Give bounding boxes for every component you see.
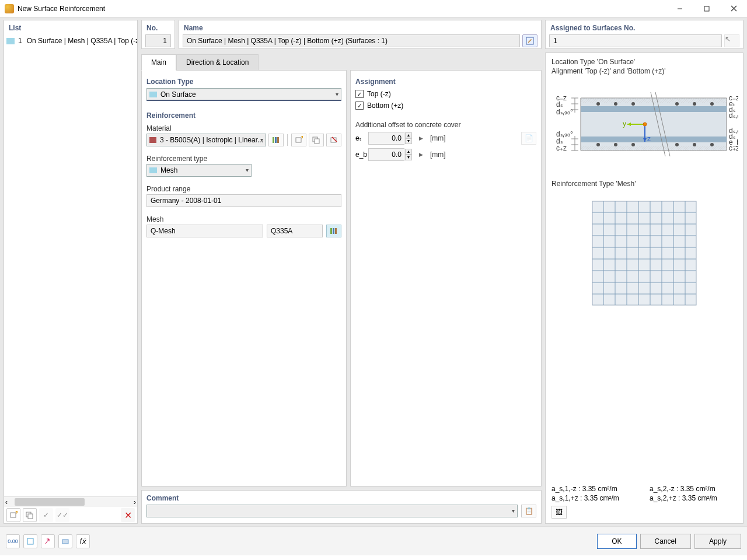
list-item-color-icon [6,38,15,44]
no-label: No. [142,20,174,34]
list-item-text: On Surface | Mesh | Q335A | Top (-z) | [27,37,137,45]
svg-point-30 [693,102,696,106]
units-button[interactable]: 0.00 [6,534,20,548]
ok-button[interactable]: OK [597,534,636,549]
calendar-like-button[interactable]: 📄 [521,132,536,145]
minimize-button[interactable] [666,0,693,18]
checkbox-checked-icon: ✓ [355,90,364,98]
fx-button-2[interactable]: fẋ [76,534,90,548]
arrow-tool-button[interactable] [41,534,55,548]
material-new-button[interactable]: ★ [291,134,306,146]
et-input[interactable] [368,132,404,145]
assigned-panel: Assigned to Surfaces No. 1 ↖ [545,20,743,49]
svg-point-31 [710,102,714,106]
chevron-down-icon: ▾ [512,508,515,514]
assignment-label: Assignment [355,74,536,88]
svg-text:z: z [647,135,651,143]
maximize-button[interactable] [693,0,720,18]
svg-rect-69 [592,201,696,305]
assigned-label: Assigned to Surfaces No. [546,20,743,34]
svg-rect-24 [581,106,727,112]
scroll-left-icon[interactable]: ‹ [5,498,8,506]
tab-direction-location[interactable]: Direction & Location [176,54,259,70]
svg-rect-19 [333,228,334,234]
preview-panel: Location Type 'On Surface' Alignment 'To… [545,52,743,524]
material-label: Material [146,122,341,134]
section-diagram: y z c₋zdₛdₛ,₉₀° dₛ,₉₀°dₛc₊z c₋zeₜdₛdₛ,₉₀… [551,80,737,168]
pick-surfaces-button[interactable]: ↖ [724,34,739,47]
list-panel: List 1 On Surface | Mesh | Q335A | Top (… [4,20,138,524]
svg-marker-23 [581,146,727,150]
play-icon[interactable]: ▶ [419,135,423,141]
comment-pick-button[interactable]: 📋 [521,505,536,517]
svg-point-35 [675,143,679,146]
horizontal-scrollbar[interactable]: ‹ › [4,496,137,507]
apply-button[interactable]: Apply [694,534,741,549]
svg-point-26 [596,102,600,106]
eb-label: e_b [355,150,364,159]
name-field[interactable]: On Surface | Mesh | Q335A | Top (-z) | B… [183,34,520,47]
view-mode-button[interactable] [23,534,37,548]
list-item-number: 1 [18,37,22,45]
fx-button-1[interactable] [58,534,72,548]
result-values: a_s,1,-z : 3.35 cm²/ma_s,2,-z : 3.35 cm²… [551,485,737,502]
svg-point-29 [675,102,679,106]
assigned-field[interactable]: 1 [549,34,722,47]
close-button[interactable] [720,0,747,18]
edit-name-button[interactable] [522,34,537,47]
location-type-combo[interactable]: On Surface ▾ [146,88,341,101]
mesh-product-field[interactable]: Q335A [267,225,323,237]
material-combo[interactable]: 3 - B500S(A) | Isotropic | Linear... ▾ [146,134,266,146]
reinf-type-combo[interactable]: Mesh ▾ [146,164,252,177]
svg-point-34 [631,143,635,146]
delete-button[interactable]: ✕ [121,508,135,522]
list-item[interactable]: 1 On Surface | Mesh | Q335A | Top (-z) | [4,36,137,46]
play-icon[interactable]: ▶ [419,152,423,158]
svg-text:★: ★ [15,511,18,516]
app-icon [5,4,14,13]
material-delete-button[interactable] [326,134,341,146]
reinforcement-label: Reinforcement [146,108,341,122]
eb-spin-up[interactable]: ▲ [405,149,412,155]
svg-text:c₊z: c₊z [556,144,567,152]
mesh-type-field[interactable]: Q-Mesh [146,225,263,237]
number-panel: No. 1 [141,20,175,49]
et-spin-up[interactable]: ▲ [405,132,412,138]
et-unit: [mm] [430,134,446,142]
svg-rect-1 [704,6,709,11]
material-color-icon [149,137,156,143]
svg-rect-20 [335,228,337,234]
comment-combo[interactable]: ▾ [146,505,518,517]
scrollbar-thumb[interactable] [15,498,85,506]
chevron-down-icon: ▾ [336,91,338,97]
top-checkbox-row[interactable]: ✓ Top (-z) [355,88,536,100]
comment-label: Comment [142,491,541,505]
mesh-library-button[interactable] [326,225,341,237]
reinf-type-label: Reinforcement type [146,152,341,164]
preview-settings-button[interactable]: 🖼 [551,506,567,519]
copy-item-button[interactable] [23,508,37,522]
no-field[interactable]: 1 [145,34,171,47]
et-spin-down[interactable]: ▼ [405,138,412,144]
svg-rect-87 [62,540,68,544]
bottom-checkbox-row[interactable]: ✓ Bottom (+z) [355,100,536,111]
product-range-label: Product range [146,183,341,194]
svg-rect-7 [28,514,33,519]
material-library-button[interactable] [268,134,284,146]
cancel-button[interactable]: Cancel [640,534,691,549]
location-type-label: Location Type [146,74,341,88]
svg-rect-9 [273,137,274,143]
location-type-color-icon [149,92,157,97]
bottom-toolbar: 0.00 fẋ OK Cancel Apply [0,526,747,555]
eb-spin-down[interactable]: ▼ [405,155,412,160]
svg-rect-25 [581,136,727,142]
mesh-label: Mesh [146,213,341,225]
svg-point-32 [596,143,600,146]
tab-main[interactable]: Main [141,54,176,71]
svg-point-46 [643,123,647,126]
product-range-field[interactable]: Germany - 2008-01-01 [146,194,341,207]
scroll-right-icon[interactable]: › [134,498,136,506]
material-copy-button[interactable] [309,134,324,146]
eb-input[interactable] [368,148,404,161]
new-item-button[interactable]: ★ [6,508,20,522]
